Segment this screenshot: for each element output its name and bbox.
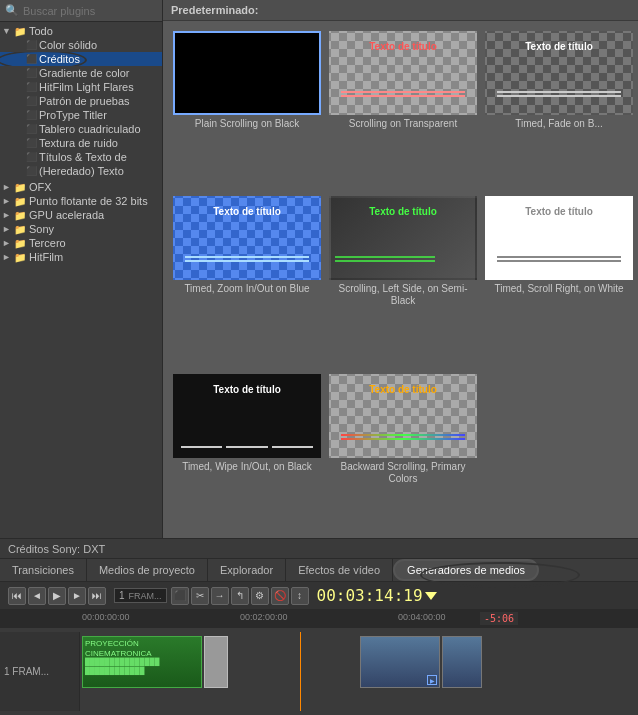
- btn-play[interactable]: ▶: [48, 587, 66, 605]
- thumb-timed-wipe[interactable]: Texto de título Timed, Wipe In/Out, on B…: [173, 374, 321, 543]
- tree-item-light-flares[interactable]: ⬛ HitFilm Light Flares: [0, 80, 162, 94]
- thumb-label-1: Plain Scrolling on Black: [195, 118, 300, 130]
- frame-indicator: 1 FRAM...: [114, 588, 167, 603]
- tree-item-punto-flotante[interactable]: ► 📁 Punto flotante de 32 bits: [0, 194, 162, 208]
- track-clip-scene1[interactable]: ▶: [360, 636, 440, 688]
- track-clip-scene2[interactable]: [442, 636, 482, 688]
- status-bar: Créditos Sony: DXT: [0, 538, 638, 558]
- expand-icon-ter: ►: [2, 238, 14, 248]
- folder-icon-sony: 📁: [14, 224, 26, 235]
- tree-label-textura: Textura de ruido: [39, 137, 118, 149]
- folder-icon-pf: 📁: [14, 196, 26, 207]
- tab-explorador[interactable]: Explorador: [208, 559, 286, 581]
- thumb-label-8: Backward Scrolling, Primary Colors: [329, 461, 477, 485]
- tree-label-protype: ProType Titler: [39, 109, 107, 121]
- plugin-icon-lf: ⬛: [26, 82, 37, 92]
- thumb-timed-zoom[interactable]: Texto de título Timed, Zoom In/Out on Bl…: [173, 196, 321, 365]
- tree-label-hitfilm: HitFilm: [29, 251, 63, 263]
- tree-item-todo[interactable]: ▼ 📁 Todo: [0, 24, 162, 38]
- btn-next[interactable]: ►: [68, 587, 86, 605]
- tree-item-textura[interactable]: ⬛ Textura de ruido: [0, 136, 162, 150]
- timeline: ⏮ ◄ ▶ ► ⏭ 1 FRAM... ⬛ ✂ → ↰ ⚙ 🚫 ↕ 00:03:…: [0, 582, 638, 715]
- left-panel: 🔍 ▼ 📁 Todo ⬛ Color sólido ⬛ Créditos ⬛ G…: [0, 0, 163, 558]
- track-label: 1 FRAM...: [4, 666, 49, 677]
- toolbar-btn-6[interactable]: 🚫: [271, 587, 289, 605]
- expand-icon: ▼: [2, 26, 14, 36]
- tree-label-color-solido: Color sólido: [39, 39, 97, 51]
- toolbar-btn-1[interactable]: ⬛: [171, 587, 189, 605]
- plugin-icon-cred: ⬛: [26, 54, 37, 64]
- tab-transiciones[interactable]: Transiciones: [0, 559, 87, 581]
- expand-icon-gpu: ►: [2, 210, 14, 220]
- tree-label-creditos: Créditos: [39, 53, 80, 65]
- toolbar-btn-4[interactable]: ↰: [231, 587, 249, 605]
- tree-item-tablero[interactable]: ⬛ Tablero cuadriculado: [0, 122, 162, 136]
- playhead: [300, 632, 301, 711]
- plugin-tree: ▼ 📁 Todo ⬛ Color sólido ⬛ Créditos ⬛ Gra…: [0, 22, 162, 266]
- section-label: Predeterminado:: [163, 0, 638, 21]
- search-input[interactable]: [23, 5, 157, 17]
- tree-label-punto-flotante: Punto flotante de 32 bits: [29, 195, 148, 207]
- tree-item-heredado[interactable]: ⬛ (Heredado) Texto: [0, 164, 162, 178]
- tree-item-gpu[interactable]: ► 📁 GPU acelerada: [0, 208, 162, 222]
- tree-item-gradiente[interactable]: ⬛ Gradiente de color: [0, 66, 162, 80]
- btn-prev[interactable]: ◄: [28, 587, 46, 605]
- expand-icon-ofx: ►: [2, 182, 14, 192]
- thumb-scrolling-transparent[interactable]: Texto de título Scrolling on Transparent: [329, 31, 477, 188]
- timeline-header: ⏮ ◄ ▶ ► ⏭ 1 FRAM... ⬛ ✂ → ↰ ⚙ 🚫 ↕ 00:03:…: [0, 582, 638, 610]
- tree-label-light-flares: HitFilm Light Flares: [39, 81, 134, 93]
- folder-icon-ter: 📁: [14, 238, 26, 249]
- thumb-label-3: Timed, Fade on B...: [515, 118, 602, 130]
- tree-item-ofx[interactable]: ► 📁 OFX: [0, 180, 162, 194]
- toolbar-btn-7[interactable]: ↕: [291, 587, 309, 605]
- tree-label-tercero: Tercero: [29, 237, 66, 249]
- negative-time: -5:06: [480, 612, 518, 624]
- folder-icon: 📁: [14, 26, 26, 37]
- thumb-label-5: Scrolling, Left Side, on Semi-Black: [329, 283, 477, 307]
- thumb-label-4: Timed, Zoom In/Out on Blue: [184, 283, 309, 295]
- thumb-timed-scroll-right[interactable]: Texto de título Timed, Scroll Right, on …: [485, 196, 633, 365]
- timeline-ruler: 00:00:00:00 00:02:00:00 00:04:00:00 -5:0…: [0, 610, 638, 628]
- tree-label-todo: Todo: [29, 25, 53, 37]
- tree-item-titulos[interactable]: ⬛ Títulos & Texto de: [0, 150, 162, 164]
- ruler-mark-1: 00:02:00:00: [240, 612, 288, 622]
- timeline-tracks: 1 FRAM... PROYECCIÓN CINEMATRONICA █████…: [0, 628, 638, 715]
- tree-item-sony[interactable]: ► 📁 Sony: [0, 222, 162, 236]
- tab-generadores-medios[interactable]: Generadores de medios: [393, 559, 539, 581]
- expand-icon-pf: ►: [2, 196, 14, 206]
- thumb-backward-scrolling[interactable]: Texto de título Backward Scrolling, Prim…: [329, 374, 477, 543]
- thumb-label-2: Scrolling on Transparent: [349, 118, 457, 130]
- thumb-scrolling-left[interactable]: Texto de título Scrolling, Left Side, on…: [329, 196, 477, 365]
- main-panel: Predeterminado: Plain Scrolling on Black…: [163, 0, 638, 558]
- tree-item-protype[interactable]: ⬛ ProType Titler: [0, 108, 162, 122]
- thumb-timed-fade[interactable]: Texto de título Timed, Fade on B...: [485, 31, 633, 188]
- tree-item-tercero[interactable]: ► 📁 Tercero: [0, 236, 162, 250]
- plugin-icon-pt: ⬛: [26, 110, 37, 120]
- tree-item-patron[interactable]: ⬛ Patrón de pruebas: [0, 94, 162, 108]
- tab-efectos-video[interactable]: Efectos de vídeo: [286, 559, 393, 581]
- plugin-icon-tit: ⬛: [26, 152, 37, 162]
- toolbar-btn-5[interactable]: ⚙: [251, 587, 269, 605]
- plugin-icon-tex: ⬛: [26, 138, 37, 148]
- toolbar-btn-2[interactable]: ✂: [191, 587, 209, 605]
- tree-label-gpu: GPU acelerada: [29, 209, 104, 221]
- thumb-label-6: Timed, Scroll Right, on White: [494, 283, 623, 295]
- tree-item-color-solido[interactable]: ⬛ Color sólido: [0, 38, 162, 52]
- track-clip-gray[interactable]: [204, 636, 228, 688]
- tree-label-titulos: Títulos & Texto de: [39, 151, 127, 163]
- clip-text-green: PROYECCIÓN CINEMATRONICA ███████████████…: [83, 637, 201, 677]
- track-label-area: 1 FRAM...: [0, 632, 80, 711]
- tree-item-hitfilm[interactable]: ► 📁 HitFilm: [0, 250, 162, 264]
- ruler-mark-0: 00:00:00:00: [82, 612, 130, 622]
- plugin-icon-tab: ⬛: [26, 124, 37, 134]
- tree-item-creditos[interactable]: ⬛ Créditos: [0, 52, 162, 66]
- thumb-plain-scrolling-black[interactable]: Plain Scrolling on Black: [173, 31, 321, 188]
- btn-rewind[interactable]: ⏮: [8, 587, 26, 605]
- track-clip-green[interactable]: PROYECCIÓN CINEMATRONICA ███████████████…: [82, 636, 202, 688]
- ruler-mark-2: 00:04:00:00: [398, 612, 446, 622]
- status-text: Créditos Sony: DXT: [8, 543, 105, 555]
- toolbar-btn-3[interactable]: →: [211, 587, 229, 605]
- tab-medios-proyecto[interactable]: Medios de proyecto: [87, 559, 208, 581]
- folder-icon-hf: 📁: [14, 252, 26, 263]
- btn-forward[interactable]: ⏭: [88, 587, 106, 605]
